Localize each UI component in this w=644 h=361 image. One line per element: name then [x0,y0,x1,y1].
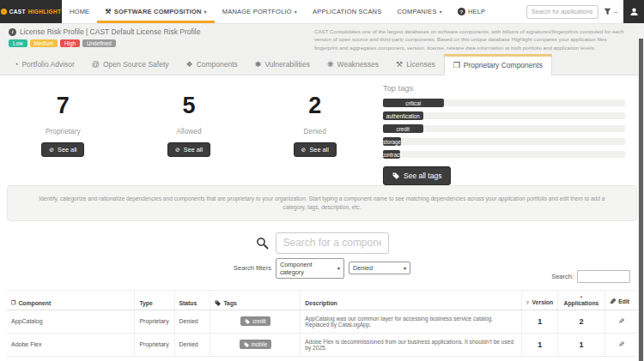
nav-item-application-scans[interactable]: APPLICATION SCANS [305,0,389,23]
col-component[interactable]: ❒ Component [7,290,135,310]
nav-item-companies[interactable]: COMPANIES ▾ [389,0,449,23]
cell-edit: ✎ [605,333,637,356]
tag-chip-label: credit [252,318,265,324]
see-all-denied-button[interactable]: ⊘ See all [294,142,337,157]
stat-label: Denied [252,127,378,135]
stat-value: 2 [252,94,378,117]
tab-vulnerabilities[interactable]: ✱ Vulnerabilities [246,54,319,75]
tag-chip[interactable]: mobile [240,340,272,349]
col-label: Status [179,300,197,306]
cell-component: Adobe Flex [7,333,135,356]
nav-item-help[interactable]: ? HELP [450,0,493,23]
tag-icon [244,342,249,347]
tag-badge[interactable]: storage [383,137,401,146]
stat-label: Proprietary [0,127,126,135]
components-icon: ❖ [186,60,193,69]
cell-edit: ✎ [605,310,637,333]
cell-tags: credit [210,310,301,333]
branch-icon [526,299,529,306]
stat-proprietary: 7 Proprietary ⊘ See all [0,82,126,182]
col-version[interactable]: Version [522,290,558,310]
col-type[interactable]: Type [135,290,174,310]
table-row[interactable]: AppCatalog Proprietary Denied credit App… [7,310,637,333]
col-label: Description [305,300,337,306]
tag-chip[interactable]: credit [240,316,270,326]
see-all-tags-button[interactable]: See all tags [383,166,451,185]
tag-badge[interactable]: credit [383,124,423,133]
see-all-tags-label: See all tags [404,171,441,180]
page-header: i License Risk Profile | CAST Default Li… [0,24,644,51]
cell-description: Adobe Flex is decommissioned from our bu… [301,333,522,356]
components-table-wrap: ❒ Component Type Status Tags Description [7,290,637,357]
tag-badge[interactable]: authentication [383,111,423,120]
edit-pencil-icon[interactable]: ✎ [618,317,625,326]
tab-portfolio-advisor[interactable]: ◔ Portfolio Advisor [5,54,83,75]
nav-label: MANAGE PORTFOLIO [222,8,292,15]
see-all-label: See all [309,146,328,153]
table-header-row: ❒ Component Type Status Tags Description [7,290,637,310]
col-edit[interactable]: ✎ Edit [605,290,637,310]
tab-open-source-safety[interactable]: @ Open Source Safety [83,54,178,75]
weaknesses-icon: ❋ [327,60,334,69]
pencil-icon: ✎ [610,298,617,306]
search-filters-label: Search filters [234,264,271,272]
tab-label: Components [197,60,238,69]
category-filter-select[interactable]: Component category ▾ [276,258,344,279]
vulnerabilities-icon: ✱ [255,60,262,69]
tab-weaknesses[interactable]: ❋ Weaknesses [319,54,387,75]
component-search-input[interactable] [276,232,389,254]
tab-label: Vulnerabilities [264,60,310,69]
portfolio-advisor-icon: ◔ [14,60,18,69]
tab-components[interactable]: ❖ Components [178,54,246,75]
user-icon [629,7,639,16]
top-tags-panel: Top tags critical authentication credit … [378,82,637,182]
cell-version: 1 [522,310,558,333]
status-filter-value: Denied [353,264,373,272]
cell-applications: 1 [558,333,605,356]
nav-item-manage-portfolio[interactable]: MANAGE PORTFOLIO ▾ [215,0,305,23]
component-icon: ❒ [11,300,15,305]
cell-component: AppCatalog [7,310,135,333]
tab-label: Licenses [406,60,435,69]
col-status[interactable]: Status [174,290,210,310]
col-description[interactable]: Description [301,290,522,310]
vertical-scrollbar[interactable] [638,24,644,361]
filter-controls[interactable]: – [604,8,617,15]
applications-icon: ▪ [580,294,582,299]
table-search-label: Search: [551,273,574,280]
user-menu-button[interactable] [623,0,644,23]
cell-tags: mobile [210,333,301,356]
topbar-right: – [526,0,644,23]
tag-icon [215,300,221,306]
funnel-icon [604,8,611,15]
search-filters-row: Search filters Component category ▾ Deni… [0,258,644,279]
nav-item-software-composition[interactable]: ⚒ SOFTWARE COMPOSITION ▾ [97,0,215,23]
info-icon[interactable]: i [9,28,16,36]
application-search-input[interactable] [526,5,598,19]
nav-item-home[interactable]: HOME [62,0,97,23]
col-label: Component [18,300,51,306]
stat-value: 7 [0,94,126,117]
see-all-allowed-button[interactable]: ⊘ See all [167,142,210,157]
table-row[interactable]: Adobe Flex Proprietary Denied mobile Ado… [7,333,637,356]
tag-badge[interactable]: critical [383,99,444,107]
col-applications[interactable]: ▪ Applications [558,290,605,310]
cast-highlight-logo[interactable]: CAST HIGHLIGHT [0,0,62,23]
tag-bar-credit: credit [383,125,625,132]
status-filter-select[interactable]: Denied ▾ [349,262,410,274]
col-tags[interactable]: Tags [210,290,301,310]
table-search-input[interactable] [577,270,630,283]
scrollbar-thumb[interactable] [639,39,643,361]
edit-pencil-icon[interactable]: ✎ [618,340,625,349]
tab-proprietary-components[interactable]: ❒ Proprietary Components [444,54,552,75]
col-label: Edit [618,298,629,304]
tag-badge[interactable]: contract [383,150,400,159]
licenses-icon: ⚒ [396,60,403,69]
tab-licenses[interactable]: ⚒ Licenses [387,54,444,75]
tag-chip-label: mobile [252,341,268,347]
tab-label: Proprietary Components [464,61,543,69]
tag-bar-storage: storage [383,138,625,145]
see-all-proprietary-button[interactable]: ⊘ See all [41,142,84,157]
summary-panel: 7 Proprietary ⊘ See all 5 Allowed ⊘ See … [0,75,644,182]
wrench-icon: ⚒ [105,8,111,15]
